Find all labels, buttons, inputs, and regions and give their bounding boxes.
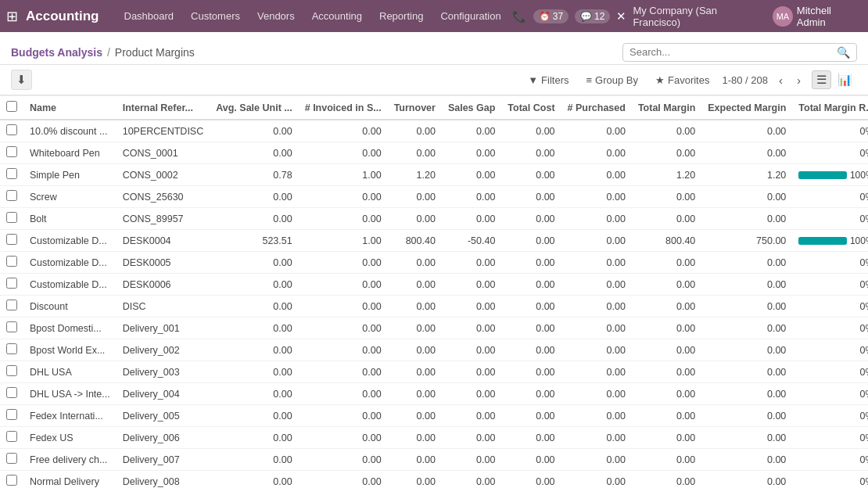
cell-expected-margin: 0.00 [701,361,792,383]
row-checkbox-cell[interactable] [0,405,23,427]
cell-total-margin: 0.00 [632,252,701,274]
cell-internal-ref: Delivery_001 [117,318,210,339]
row-checkbox-cell[interactable] [0,318,23,339]
filters-button[interactable]: ▼ Filters [523,72,573,88]
cell-name[interactable]: DHL USA -> Inte... [23,383,117,405]
cell-expected-margin: 0.00 [701,383,792,405]
row-checkbox[interactable] [6,124,17,135]
cell-name[interactable]: Customizable D... [23,230,117,252]
row-checkbox-cell[interactable] [0,361,23,383]
cell-name[interactable]: Customizable D... [23,252,117,274]
favorites-button[interactable]: ★ Favorites [651,72,714,88]
row-checkbox-cell[interactable] [0,427,23,449]
col-purchased[interactable]: # Purchased [561,96,632,120]
search-input[interactable] [629,46,837,58]
row-checkbox[interactable] [6,300,17,310]
cell-purchased: 0.00 [561,164,632,186]
row-checkbox-cell[interactable] [0,471,23,489]
row-checkbox[interactable] [6,431,17,442]
row-checkbox[interactable] [6,256,17,267]
cell-expected-margin: 0.00 [701,427,792,449]
message-badge[interactable]: 💬 12 [575,9,610,23]
select-all-header[interactable] [0,96,23,120]
nav-reporting[interactable]: Reporting [371,5,431,27]
cell-total-margin: 0.00 [632,471,701,489]
cell-name[interactable]: Fedex Internati... [23,405,117,427]
phone-icon[interactable]: 📞 [512,9,527,23]
nav-accounting[interactable]: Accounting [304,5,370,27]
user-menu[interactable]: MA Mitchell Admin [773,5,862,28]
col-internal-ref[interactable]: Internal Refer... [117,96,210,120]
col-expected-margin[interactable]: Expected Margin [701,96,792,120]
row-checkbox-cell[interactable] [0,208,23,230]
nav-dashboard[interactable]: Dashboard [117,5,182,27]
row-checkbox-cell[interactable] [0,339,23,361]
row-checkbox[interactable] [6,146,17,157]
close-icon[interactable]: ✕ [616,9,626,23]
groupby-button[interactable]: ≡ Group By [581,72,643,88]
row-checkbox-cell[interactable] [0,274,23,296]
row-checkbox-cell[interactable] [0,296,23,318]
cell-internal-ref: Delivery_004 [117,383,210,405]
row-checkbox[interactable] [6,278,17,289]
table-row: Normal DeliveryDelivery_0080.000.000.000… [0,471,868,489]
row-checkbox-cell[interactable] [0,230,23,252]
cell-name[interactable]: Bpost Domesti... [23,318,117,339]
cell-name[interactable]: 10.0% discount ... [23,120,117,142]
row-checkbox-cell[interactable] [0,120,23,142]
nav-vendors[interactable]: Vendors [249,5,303,27]
cell-name[interactable]: Screw [23,186,117,208]
row-checkbox[interactable] [6,475,17,486]
col-total-cost[interactable]: Total Cost [501,96,561,120]
col-total-margin-r[interactable]: Total Margin R... [792,96,868,120]
cell-sales-gap: 0.00 [442,471,501,489]
company-name[interactable]: My Company (San Francisco) [633,5,766,28]
nav-customers[interactable]: Customers [183,5,248,27]
col-turnover[interactable]: Turnover [388,96,442,120]
col-avg-sale-unit[interactable]: Avg. Sale Unit ... [210,96,298,120]
row-checkbox[interactable] [6,168,17,179]
row-checkbox[interactable] [6,409,17,420]
cell-name[interactable]: Customizable D... [23,274,117,296]
cell-name[interactable]: Bolt [23,208,117,230]
cell-name[interactable]: Whiteboard Pen [23,142,117,164]
table-header-row: Name Internal Refer... Avg. Sale Unit ..… [0,96,868,120]
col-sales-gap[interactable]: Sales Gap [442,96,501,120]
app-grid-icon[interactable]: ⊞ [6,8,18,25]
chart-view-button[interactable]: 📊 [833,70,857,89]
activity-badge[interactable]: ⏰ 37 [533,9,569,23]
row-checkbox-cell[interactable] [0,252,23,274]
col-invoiced[interactable]: # Invoiced in S... [299,96,388,120]
row-checkbox[interactable] [6,234,17,245]
select-all-checkbox[interactable] [6,101,17,112]
cell-name[interactable]: Simple Pen [23,164,117,186]
next-page-button[interactable]: › [794,72,804,88]
cell-name[interactable]: DHL USA [23,361,117,383]
cell-name[interactable]: Free delivery ch... [23,449,117,471]
row-checkbox[interactable] [6,190,17,201]
list-view-button[interactable]: ☰ [812,70,831,89]
col-name[interactable]: Name [23,96,117,120]
cell-name[interactable]: Bpost World Ex... [23,339,117,361]
download-button[interactable]: ⬇ [11,70,32,90]
row-checkbox-cell[interactable] [0,449,23,471]
row-checkbox[interactable] [6,453,17,464]
prev-page-button[interactable]: ‹ [776,72,786,88]
row-checkbox-cell[interactable] [0,142,23,164]
row-checkbox[interactable] [6,212,17,223]
row-checkbox[interactable] [6,387,17,398]
row-checkbox[interactable] [6,343,17,354]
row-checkbox-cell[interactable] [0,383,23,405]
row-checkbox-cell[interactable] [0,186,23,208]
nav-configuration[interactable]: Configuration [432,5,508,27]
cell-expected-margin: 0.00 [701,449,792,471]
cell-name[interactable]: Discount [23,296,117,318]
col-total-margin[interactable]: Total Margin [632,96,701,120]
row-checkbox-cell[interactable] [0,164,23,186]
row-checkbox[interactable] [6,321,17,332]
breadcrumb-main[interactable]: Budgets Analysis [11,46,102,59]
row-checkbox[interactable] [6,365,17,376]
cell-invoiced: 0.00 [299,339,388,361]
cell-name[interactable]: Fedex US [23,427,117,449]
cell-name[interactable]: Normal Delivery [23,471,117,489]
